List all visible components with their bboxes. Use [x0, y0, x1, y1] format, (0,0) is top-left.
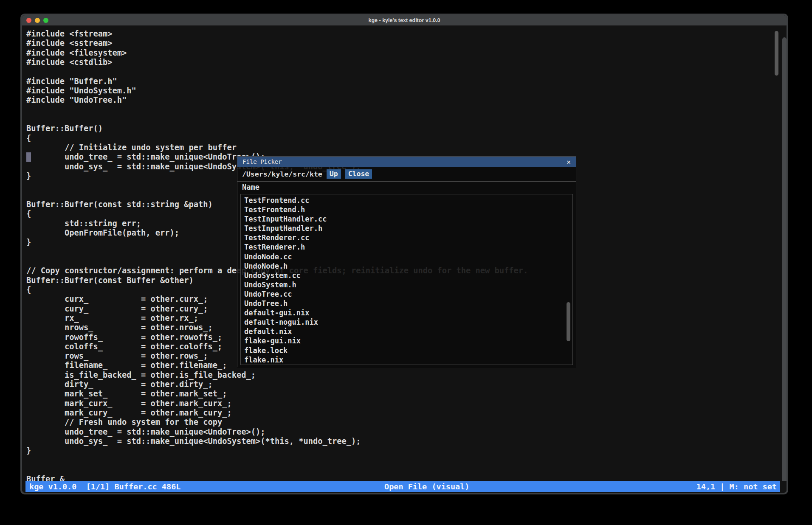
- status-bar: kge v1.0.0 [1/1] Buffer.cc 486L Open Fil…: [25, 481, 780, 492]
- status-mode: Open File (visual): [384, 481, 469, 492]
- status-cursor-position: 14,1 | M: not set: [696, 481, 777, 492]
- dialog-title: File Picker: [242, 157, 282, 167]
- editor-scrollbar-thumb[interactable]: [775, 31, 778, 76]
- name-column-header: Name: [237, 182, 576, 193]
- file-list-item[interactable]: default-gui.nix: [241, 308, 572, 317]
- file-list-item[interactable]: flake-gui.nix: [241, 336, 572, 345]
- file-list-item[interactable]: flake.nix: [241, 355, 572, 365]
- file-list-item[interactable]: TestInputHandler.cc: [241, 214, 572, 224]
- up-button[interactable]: Up: [327, 169, 341, 179]
- file-list-item[interactable]: UndoSystem.cc: [241, 271, 572, 280]
- dialog-titlebar[interactable]: File Picker ✕: [237, 157, 576, 167]
- path-toolbar: /Users/kyle/src/kte Up Close: [237, 167, 576, 182]
- dialog-body: /Users/kyle/src/kte Up Close Name TestFr…: [237, 167, 576, 368]
- file-list-item[interactable]: UndoSystem.h: [241, 280, 572, 289]
- window-titlebar[interactable]: kge - kyle's text editor v1.0.0: [22, 15, 787, 25]
- file-list-item[interactable]: default-nogui.nix: [241, 317, 572, 327]
- status-version-file: kge v1.0.0 [1/1] Buffer.cc 486L: [29, 481, 180, 492]
- file-list-scrollbar-thumb[interactable]: [567, 302, 570, 341]
- file-list-item[interactable]: TestFrontend.cc: [241, 196, 572, 205]
- current-path: /Users/kyle/src/kte: [242, 170, 322, 178]
- file-list-item[interactable]: TestFrontend.h: [241, 205, 572, 214]
- close-button[interactable]: Close: [345, 169, 372, 179]
- file-list-item[interactable]: UndoTree.h: [241, 299, 572, 308]
- close-icon[interactable]: ✕: [567, 157, 571, 167]
- file-list-item[interactable]: flake.lock: [241, 346, 572, 355]
- file-picker-dialog: File Picker ✕ /Users/kyle/src/kte Up Clo…: [237, 156, 576, 367]
- file-list-item[interactable]: UndoNode.h: [241, 261, 572, 271]
- file-list-item[interactable]: default.nix: [241, 327, 572, 336]
- file-list-item[interactable]: UndoNode.cc: [241, 252, 572, 261]
- file-list-item[interactable]: TestRenderer.cc: [241, 233, 572, 242]
- file-list-item[interactable]: UndoTree.cc: [241, 289, 572, 299]
- file-list-item[interactable]: TestInputHandler.h: [241, 224, 572, 233]
- file-list[interactable]: TestFrontend.ccTestFrontend.hTestInputHa…: [240, 194, 573, 365]
- file-list-item[interactable]: TestRenderer.h: [241, 242, 572, 252]
- window-title: kge - kyle's text editor v1.0.0: [22, 15, 787, 25]
- window-scrollbar-track[interactable]: [782, 37, 787, 481]
